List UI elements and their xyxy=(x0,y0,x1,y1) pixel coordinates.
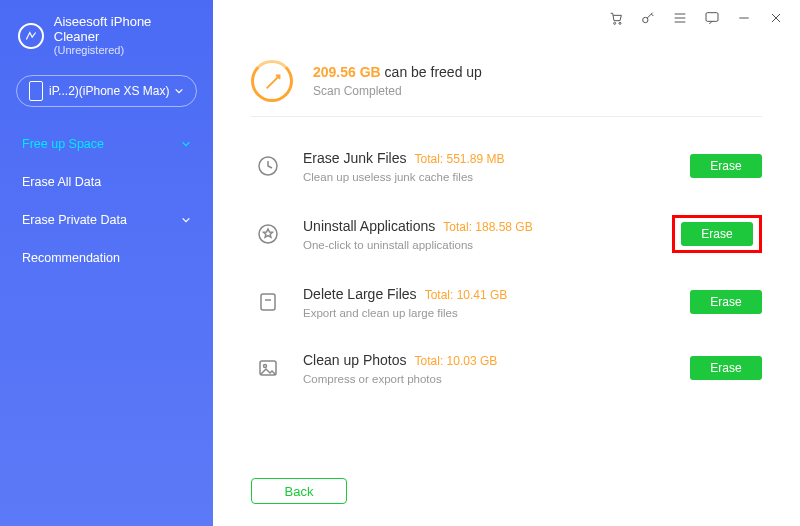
erase-button[interactable]: Erase xyxy=(681,222,753,246)
item-uninstall-apps: Uninstall ApplicationsTotal: 188.58 GB O… xyxy=(251,201,762,271)
erase-button[interactable]: Erase xyxy=(690,290,762,314)
erase-button[interactable]: Erase xyxy=(690,154,762,178)
summary-amount: 209.56 GB xyxy=(313,64,381,80)
item-erase-junk: Erase Junk FilesTotal: 551.89 MB Clean u… xyxy=(251,135,762,201)
item-sub: Export and clean up large files xyxy=(303,307,690,319)
sidebar-item-erase-private-data[interactable]: Erase Private Data xyxy=(0,201,213,239)
feedback-icon[interactable] xyxy=(704,10,720,26)
footer: Back xyxy=(213,478,800,526)
brand: Aiseesoft iPhone Cleaner (Unregistered) xyxy=(0,0,213,63)
phone-icon xyxy=(29,81,43,101)
svg-point-0 xyxy=(614,22,616,24)
item-sub: Compress or export photos xyxy=(303,373,690,385)
app-logo-icon xyxy=(18,23,44,49)
scan-summary: 209.56 GB can be freed up Scan Completed xyxy=(213,36,800,116)
sidebar: Aiseesoft iPhone Cleaner (Unregistered) … xyxy=(0,0,213,526)
summary-headline: 209.56 GB can be freed up xyxy=(313,64,482,80)
svg-point-1 xyxy=(619,22,621,24)
menu-icon[interactable] xyxy=(672,10,688,26)
item-total: 188.58 GB xyxy=(475,220,532,234)
svg-point-2 xyxy=(643,17,648,22)
key-icon[interactable] xyxy=(640,10,656,26)
summary-status: Scan Completed xyxy=(313,84,482,98)
item-title: Uninstall Applications xyxy=(303,218,435,234)
svg-rect-3 xyxy=(706,13,718,22)
app-title: Aiseesoft iPhone Cleaner xyxy=(54,14,199,44)
target-icon xyxy=(251,60,293,102)
nav-label: Recommendation xyxy=(22,251,120,265)
app-subtitle: (Unregistered) xyxy=(54,44,199,57)
chevron-down-icon xyxy=(181,215,191,225)
item-title: Erase Junk Files xyxy=(303,150,406,166)
main-panel: 209.56 GB can be freed up Scan Completed… xyxy=(213,0,800,526)
item-sub: One-click to uninstall applications xyxy=(303,239,672,251)
nav-label: Erase All Data xyxy=(22,175,101,189)
svg-point-8 xyxy=(264,365,267,368)
svg-rect-6 xyxy=(261,294,275,310)
summary-rest: can be freed up xyxy=(385,64,482,80)
chevron-down-icon xyxy=(174,86,184,96)
device-label: iP...2)(iPhone XS Max) xyxy=(49,84,170,98)
titlebar xyxy=(213,0,800,36)
nav-label: Erase Private Data xyxy=(22,213,127,227)
minimize-icon[interactable] xyxy=(736,10,752,26)
highlight-box: Erase xyxy=(672,215,762,253)
item-title: Clean up Photos xyxy=(303,352,407,368)
sidebar-item-erase-all-data[interactable]: Erase All Data xyxy=(0,163,213,201)
item-sub: Clean up useless junk cache files xyxy=(303,171,690,183)
erase-button[interactable]: Erase xyxy=(690,356,762,380)
photo-icon xyxy=(251,351,285,385)
nav-label: Free up Space xyxy=(22,137,104,151)
item-total: 10.41 GB xyxy=(457,288,508,302)
sidebar-item-free-up-space[interactable]: Free up Space xyxy=(0,125,213,163)
item-total: 10.03 GB xyxy=(447,354,498,368)
sidebar-nav: Free up Space Erase All Data Erase Priva… xyxy=(0,117,213,285)
item-clean-photos: Clean up PhotosTotal: 10.03 GB Compress … xyxy=(251,337,762,403)
close-icon[interactable] xyxy=(768,10,784,26)
back-button[interactable]: Back xyxy=(251,478,347,504)
sidebar-item-recommendation[interactable]: Recommendation xyxy=(0,239,213,277)
cleanup-items: Erase Junk FilesTotal: 551.89 MB Clean u… xyxy=(213,117,800,478)
cart-icon[interactable] xyxy=(608,10,624,26)
chevron-down-icon xyxy=(181,139,191,149)
item-total: 551.89 MB xyxy=(447,152,505,166)
clock-icon xyxy=(251,149,285,183)
item-title: Delete Large Files xyxy=(303,286,417,302)
item-delete-large-files: Delete Large FilesTotal: 10.41 GB Export… xyxy=(251,271,762,337)
star-icon xyxy=(251,217,285,251)
device-selector[interactable]: iP...2)(iPhone XS Max) xyxy=(16,75,197,107)
file-icon xyxy=(251,285,285,319)
